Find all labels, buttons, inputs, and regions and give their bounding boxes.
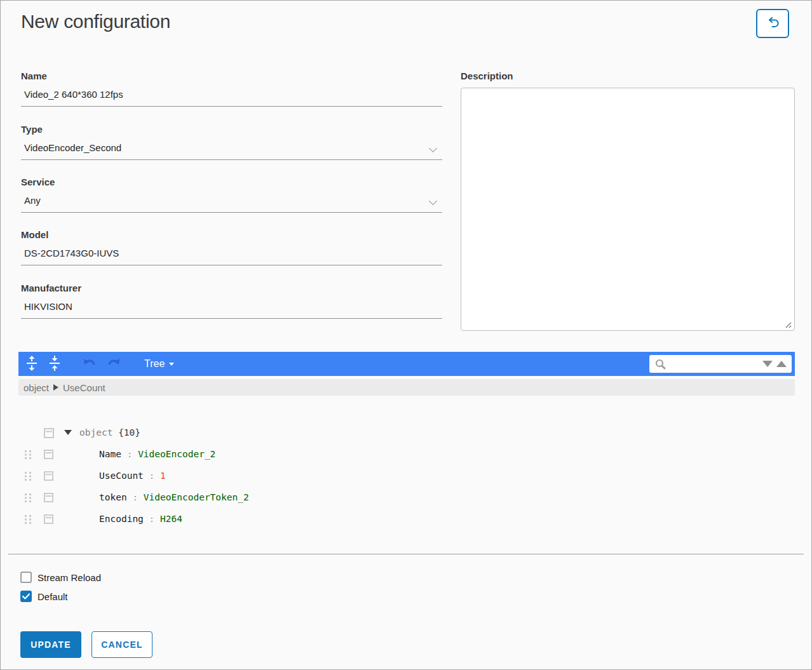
tree-value[interactable]: VideoEncoder_2 <box>138 449 215 459</box>
new-configuration-page: New configuration Name Video_2 640*360 1… <box>0 0 812 670</box>
collapse-all-button[interactable] <box>46 356 63 372</box>
caret-down-icon <box>169 363 174 366</box>
collapse-all-icon <box>48 356 62 373</box>
page-title: New configuration <box>21 11 170 32</box>
type-field-group: Type VideoEncoder_Second <box>21 124 442 160</box>
default-label: Default <box>37 591 68 602</box>
context-menu-icon[interactable] <box>44 471 53 483</box>
description-label: Description <box>461 70 513 81</box>
collapse-caret-icon[interactable] <box>64 430 72 435</box>
cancel-button[interactable]: CANCEL <box>91 631 152 658</box>
default-checkbox-row[interactable]: Default <box>20 591 68 602</box>
model-field-group: Model DS-2CD1743G0-IUVS <box>21 229 442 265</box>
context-menu-icon[interactable] <box>44 450 53 461</box>
model-input[interactable]: DS-2CD1743G0-IUVS <box>21 246 442 265</box>
back-button[interactable] <box>756 9 789 38</box>
type-select[interactable]: VideoEncoder_Second <box>21 141 442 160</box>
redo-button[interactable] <box>105 356 121 372</box>
undo-icon <box>83 356 98 372</box>
type-label: Type <box>21 124 442 135</box>
tree-field[interactable]: UseCount <box>99 471 144 481</box>
chevron-down-icon <box>429 144 437 152</box>
drag-handle-icon[interactable] <box>25 450 33 461</box>
search-input[interactable] <box>670 359 759 369</box>
context-menu-icon[interactable] <box>44 514 53 526</box>
root-count: {10} <box>118 427 140 438</box>
json-editor: Tree object UseCount <box>18 352 795 530</box>
search-next-button[interactable] <box>762 361 773 367</box>
tree-value[interactable]: VideoEncoderToken_2 <box>144 492 249 502</box>
service-select-value: Any <box>24 195 41 206</box>
return-arrow-icon <box>764 14 781 33</box>
drag-handle-icon[interactable] <box>25 472 33 483</box>
checkbox-checked-icon[interactable] <box>20 591 32 602</box>
breadcrumb-arrow-icon <box>53 384 58 391</box>
field-separator <box>121 449 138 459</box>
tree-row: UseCount1 <box>18 466 795 487</box>
tree-row: NameVideoEncoder_2 <box>18 444 795 466</box>
type-select-value: VideoEncoder_Second <box>24 142 121 153</box>
expand-all-icon <box>25 356 39 373</box>
mode-dropdown-label: Tree <box>144 358 165 370</box>
tree-row: EncodingH264 <box>18 509 795 530</box>
drag-handle-icon[interactable] <box>25 493 33 504</box>
root-label: object <box>79 427 112 438</box>
checkbox-unchecked-icon[interactable] <box>20 572 32 583</box>
chevron-down-icon <box>429 197 437 205</box>
update-button[interactable]: UPDATE <box>20 631 81 658</box>
manufacturer-input[interactable]: HIKVISION <box>21 300 442 319</box>
stream-reload-checkbox-row[interactable]: Stream Reload <box>20 572 101 583</box>
description-input[interactable] <box>461 88 795 331</box>
name-label: Name <box>21 70 442 81</box>
service-select[interactable]: Any <box>21 194 442 213</box>
search-previous-button[interactable] <box>776 361 787 367</box>
tree-value[interactable]: H264 <box>160 514 182 524</box>
manufacturer-label: Manufacturer <box>21 283 442 293</box>
magnifier-icon <box>654 358 667 370</box>
json-editor-toolbar: Tree <box>18 352 795 376</box>
search-box <box>649 355 792 373</box>
tree-field[interactable]: Name <box>99 449 121 459</box>
expand-all-button[interactable] <box>24 356 40 372</box>
name-input[interactable]: Video_2 640*360 12fps <box>21 88 442 107</box>
undo-button[interactable] <box>82 356 98 372</box>
breadcrumb-segment[interactable]: UseCount <box>63 382 105 393</box>
tree-field[interactable]: Encoding <box>99 514 144 524</box>
tree-row-root: object {10} <box>18 422 795 444</box>
section-divider <box>8 554 804 554</box>
breadcrumb: object UseCount <box>18 379 795 396</box>
field-separator <box>127 492 144 502</box>
field-separator <box>144 471 160 481</box>
redo-icon <box>105 356 121 372</box>
context-menu-icon[interactable] <box>44 493 53 504</box>
manufacturer-field-group: Manufacturer HIKVISION <box>21 283 442 319</box>
stream-reload-label: Stream Reload <box>37 572 101 583</box>
tree-field[interactable]: token <box>99 492 127 502</box>
json-tree: object {10} NameVideoEncoder_2 Us <box>18 422 795 530</box>
mode-dropdown[interactable]: Tree <box>144 358 174 370</box>
service-field-group: Service Any <box>21 177 442 213</box>
tree-value[interactable]: 1 <box>160 471 166 481</box>
context-menu-icon[interactable] <box>44 428 54 440</box>
name-field-group: Name Video_2 640*360 12fps <box>21 70 442 107</box>
field-separator <box>144 514 160 524</box>
drag-handle-icon[interactable] <box>25 515 33 526</box>
service-label: Service <box>21 177 442 187</box>
tree-row: tokenVideoEncoderToken_2 <box>18 487 795 509</box>
breadcrumb-segment[interactable]: object <box>24 382 49 393</box>
model-label: Model <box>21 229 442 240</box>
